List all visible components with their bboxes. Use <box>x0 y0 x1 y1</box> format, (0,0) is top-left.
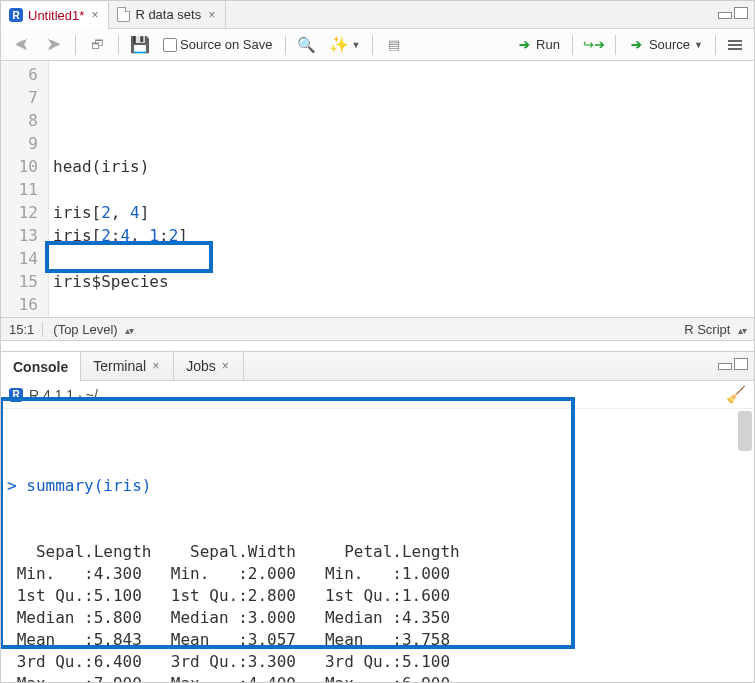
pane-window-controls <box>718 7 748 19</box>
code-area[interactable]: head(iris) iris[2, 4]iris[2:4, 1:2] iris… <box>49 61 754 317</box>
file-tab-untitled[interactable]: R Untitled1* × <box>1 2 109 30</box>
popout-button[interactable]: 🗗 <box>84 34 110 56</box>
tab-label: Terminal <box>93 358 146 374</box>
run-arrow-icon: ➔ <box>515 36 533 54</box>
document-icon <box>117 7 130 22</box>
cursor-position: 15:1 <box>9 322 34 337</box>
close-icon[interactable]: × <box>150 359 161 373</box>
console-tab-strip: Console Terminal× Jobs× <box>1 351 754 381</box>
line-number-gutter: 678910111213141516 <box>1 61 49 317</box>
console-version: R 4.1.1 · ~/ <box>29 387 98 403</box>
popout-icon: 🗗 <box>88 36 106 54</box>
run-label: Run <box>536 37 560 52</box>
minimize-pane-icon[interactable] <box>718 12 732 19</box>
source-on-save-label: Source on Save <box>180 37 273 52</box>
tab-label: Jobs <box>186 358 216 374</box>
notebook-icon: ▤ <box>385 36 403 54</box>
more-button[interactable] <box>724 36 746 54</box>
maximize-pane-icon[interactable] <box>734 7 748 19</box>
outline-button[interactable]: ▤ <box>381 34 407 56</box>
scope-label: (Top Level) <box>53 322 117 337</box>
forward-button[interactable]: ⮞ <box>41 34 67 56</box>
file-tab-strip: R Untitled1* × R data sets × <box>1 1 754 29</box>
tab-terminal[interactable]: Terminal× <box>81 351 174 381</box>
arrow-left-icon: ⮜ <box>13 36 31 54</box>
hamburger-icon <box>728 38 742 52</box>
save-button[interactable]: 💾 <box>127 34 153 56</box>
close-icon[interactable]: × <box>89 8 100 22</box>
maximize-pane-icon[interactable] <box>734 358 748 370</box>
minimize-pane-icon[interactable] <box>718 363 732 370</box>
source-label: Source <box>649 37 690 52</box>
source-button[interactable]: ➔ Source ▼ <box>624 34 707 56</box>
file-tab-datasets[interactable]: R data sets × <box>109 1 226 29</box>
console-text: Sepal.Length Sepal.Width Petal.Length Mi… <box>7 541 754 683</box>
wand-icon: ✨ <box>330 36 348 54</box>
run-button[interactable]: ➔ Run <box>511 34 564 56</box>
source-on-save-toggle[interactable]: Source on Save <box>159 35 277 54</box>
scrollbar-vertical[interactable] <box>738 411 752 451</box>
tab-console[interactable]: Console <box>1 352 81 382</box>
console-output[interactable]: > summary(iris) Sepal.Length Sepal.Width… <box>1 409 754 649</box>
source-arrow-icon: ➔ <box>628 36 646 54</box>
tab-label: Console <box>13 359 68 375</box>
editor-status-bar: 15:1 (Top Level) ▴▾ R Script ▴▾ <box>1 317 754 341</box>
pane-window-controls <box>718 358 748 370</box>
scope-picker[interactable]: (Top Level) ▴▾ <box>42 322 133 337</box>
back-button[interactable]: ⮜ <box>9 34 35 56</box>
updown-icon: ▴▾ <box>125 325 133 336</box>
find-button[interactable]: 🔍 <box>294 34 320 56</box>
save-icon: 💾 <box>131 36 149 54</box>
rerun-button[interactable]: ↪➔ <box>581 34 607 56</box>
clear-console-button[interactable]: 🧹 <box>726 385 746 404</box>
editor-toolbar: ⮜ ⮞ 🗗 💾 Source on Save 🔍 ✨▼ ▤ ➔ Run ↪➔ ➔… <box>1 29 754 61</box>
prompt: > <box>7 476 26 495</box>
caret-down-icon: ▼ <box>352 40 361 50</box>
caret-down-icon: ▼ <box>694 40 703 50</box>
r-icon: R <box>9 388 23 402</box>
close-icon[interactable]: × <box>206 8 217 22</box>
r-file-icon: R <box>9 8 23 22</box>
rerun-icon: ↪➔ <box>585 36 603 54</box>
console-header: R R 4.1.1 · ~/ 🧹 <box>1 381 754 409</box>
close-icon[interactable]: × <box>220 359 231 373</box>
language-picker[interactable]: R Script ▴▾ <box>684 322 746 337</box>
language-label: R Script <box>684 322 730 337</box>
code-editor[interactable]: 678910111213141516 head(iris) iris[2, 4]… <box>1 61 754 317</box>
checkbox-icon <box>163 38 177 52</box>
code-tools-button[interactable]: ✨▼ <box>326 34 365 56</box>
tab-label: R data sets <box>135 7 201 22</box>
search-icon: 🔍 <box>298 36 316 54</box>
tab-label: Untitled1* <box>28 8 84 23</box>
tab-jobs[interactable]: Jobs× <box>174 351 244 381</box>
updown-icon: ▴▾ <box>738 325 746 336</box>
arrow-right-icon: ⮞ <box>45 36 63 54</box>
console-command: summary(iris) <box>26 476 151 495</box>
